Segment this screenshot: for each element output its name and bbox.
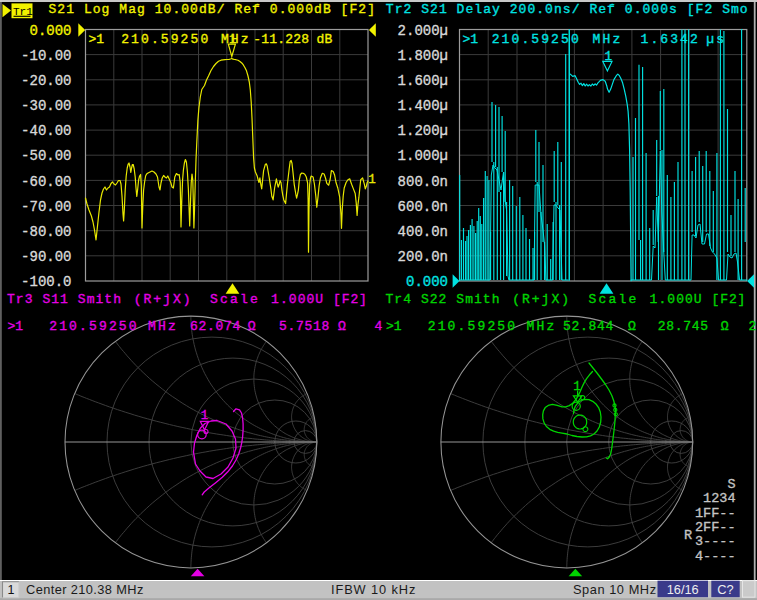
svg-text:dB: dB bbox=[316, 32, 332, 47]
svg-text:Scale: Scale bbox=[589, 292, 639, 307]
svg-text:Scale: Scale bbox=[210, 292, 260, 307]
svg-text:1FF--: 1FF-- bbox=[695, 506, 736, 521]
svg-text:-90.00: -90.00 bbox=[21, 249, 71, 265]
svg-text:3----: 3---- bbox=[695, 534, 736, 549]
svg-text:4----: 4---- bbox=[695, 549, 736, 564]
svg-text:>1: >1 bbox=[89, 32, 105, 47]
svg-text:2FF--: 2FF-- bbox=[695, 520, 736, 535]
svg-text:-70.00: -70.00 bbox=[21, 199, 71, 215]
svg-text:[F2]: [F2] bbox=[333, 292, 368, 307]
svg-text:800.0n: 800.0n bbox=[398, 174, 448, 190]
svg-text:Ω: Ω bbox=[628, 319, 636, 334]
svg-text:S: S bbox=[727, 477, 735, 492]
svg-text:MHz: MHz bbox=[527, 319, 557, 334]
svg-text:(R+jX): (R+jX) bbox=[512, 292, 571, 307]
svg-text:-80.00: -80.00 bbox=[21, 224, 71, 240]
svg-text:0.000: 0.000 bbox=[29, 23, 71, 39]
svg-text:MHz: MHz bbox=[148, 319, 178, 334]
svg-text:62.074: 62.074 bbox=[190, 319, 241, 334]
svg-text:Ω: Ω bbox=[338, 319, 346, 334]
svg-text:Ω: Ω bbox=[248, 319, 256, 334]
svg-text:52.844: 52.844 bbox=[563, 319, 614, 334]
svg-text:-100.0: -100.0 bbox=[21, 274, 71, 290]
svg-text:1.400µ: 1.400µ bbox=[398, 98, 448, 114]
svg-text:Tr1: Tr1 bbox=[13, 6, 33, 18]
svg-text:-11.228: -11.228 bbox=[253, 32, 309, 47]
svg-text:C?: C? bbox=[717, 582, 733, 597]
svg-text:-30.00: -30.00 bbox=[21, 98, 71, 114]
svg-text:Ω: Ω bbox=[721, 319, 729, 334]
svg-text:[F2]: [F2] bbox=[712, 292, 747, 307]
svg-text:R: R bbox=[684, 528, 692, 543]
svg-text:1: 1 bbox=[573, 380, 581, 394]
svg-text:-60.00: -60.00 bbox=[21, 174, 71, 190]
svg-text:4: 4 bbox=[375, 319, 383, 334]
svg-text:>1: >1 bbox=[463, 32, 479, 47]
svg-text:-10.00: -10.00 bbox=[21, 48, 71, 64]
svg-text:>1: >1 bbox=[8, 319, 24, 334]
svg-text:210.59250: 210.59250 bbox=[428, 319, 518, 334]
svg-text:400.0n: 400.0n bbox=[398, 224, 448, 240]
svg-text:IFBW 10 kHz: IFBW 10 kHz bbox=[331, 582, 416, 597]
svg-text:1.200µ: 1.200µ bbox=[398, 123, 448, 139]
svg-text:28.745: 28.745 bbox=[658, 319, 709, 334]
svg-text:>1: >1 bbox=[386, 319, 402, 334]
svg-text:600.0n: 600.0n bbox=[398, 199, 448, 215]
svg-text:Tr3 S11 Smith: Tr3 S11 Smith bbox=[7, 292, 122, 307]
svg-text:-40.00: -40.00 bbox=[21, 123, 71, 139]
svg-text:-20.00: -20.00 bbox=[21, 73, 71, 89]
svg-text:S21 Log Mag 10.00dB/ Ref 0.000: S21 Log Mag 10.00dB/ Ref 0.000dB [F2] bbox=[49, 2, 377, 17]
svg-text:µs: µs bbox=[706, 32, 726, 47]
svg-text:5.7518: 5.7518 bbox=[279, 319, 330, 334]
svg-text:(R+jX): (R+jX) bbox=[134, 292, 193, 307]
svg-text:1: 1 bbox=[604, 50, 612, 64]
svg-text:1.000U: 1.000U bbox=[650, 292, 703, 307]
svg-text:1: 1 bbox=[368, 173, 376, 187]
svg-text:1.800µ: 1.800µ bbox=[398, 48, 448, 64]
svg-text:1: 1 bbox=[201, 409, 209, 423]
svg-text:1234: 1234 bbox=[703, 491, 735, 506]
svg-text:1: 1 bbox=[229, 33, 237, 47]
svg-text:Tr4 S22 Smith: Tr4 S22 Smith bbox=[386, 292, 501, 307]
svg-text:Tr2 S21 Delay 200.0ns/ Ref 0.0: Tr2 S21 Delay 200.0ns/ Ref 0.000s [F2 Sm… bbox=[386, 2, 749, 17]
svg-text:-50.00: -50.00 bbox=[21, 148, 71, 164]
svg-text:200.0n: 200.0n bbox=[398, 249, 448, 265]
svg-text:16/16: 16/16 bbox=[667, 582, 699, 597]
svg-text:MHz: MHz bbox=[593, 32, 623, 47]
svg-text:2.000µ: 2.000µ bbox=[398, 23, 448, 39]
svg-text:Span 10 MHz: Span 10 MHz bbox=[573, 582, 657, 597]
svg-text:0.000: 0.000 bbox=[406, 274, 448, 290]
svg-text:1: 1 bbox=[8, 583, 15, 597]
svg-text:1.000U: 1.000U bbox=[271, 292, 324, 307]
svg-text:1.000µ: 1.000µ bbox=[398, 148, 448, 164]
svg-text:210.59250: 210.59250 bbox=[492, 32, 581, 47]
svg-text:Center 210.38 MHz: Center 210.38 MHz bbox=[26, 582, 144, 597]
svg-text:210.59250: 210.59250 bbox=[49, 319, 139, 334]
svg-text:1.600µ: 1.600µ bbox=[398, 73, 448, 89]
svg-text:210.59250: 210.59250 bbox=[121, 32, 210, 47]
svg-text:2: 2 bbox=[749, 319, 757, 334]
svg-text:1.6342: 1.6342 bbox=[641, 32, 700, 47]
